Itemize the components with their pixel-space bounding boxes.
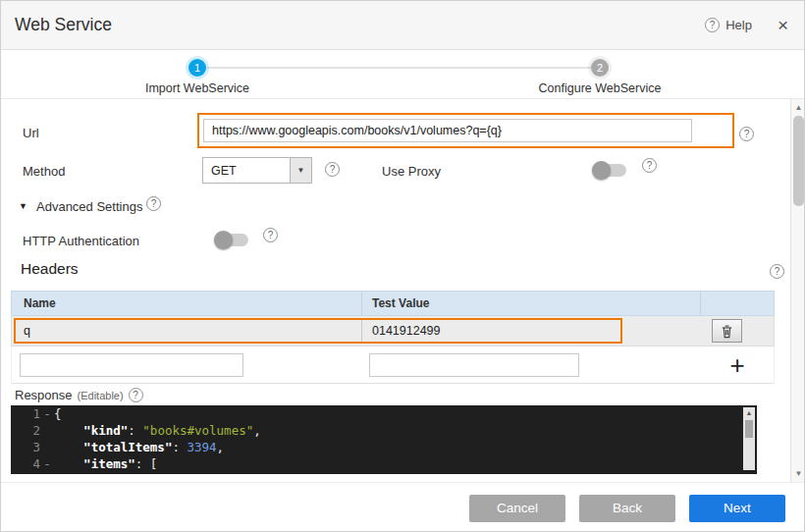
header-row-highlight: q 0141912499 xyxy=(14,318,622,344)
titlebar: Web Service ? Help × xyxy=(1,1,805,50)
scroll-down-icon[interactable]: ▼ xyxy=(791,469,805,478)
column-header-name: Name xyxy=(12,292,362,315)
code-token xyxy=(54,439,83,455)
response-code-editor[interactable]: 1 - { 2 "kind" : "books#volumes" , 3 "to… xyxy=(11,405,757,474)
response-editable-note: (Editable) xyxy=(78,390,124,401)
header-name-value[interactable]: q xyxy=(16,320,362,342)
url-help-icon[interactable]: ? xyxy=(739,127,754,141)
code-token: "totalItems" xyxy=(83,439,172,455)
code-token: , xyxy=(217,439,225,455)
use-proxy-help-icon[interactable]: ? xyxy=(642,158,657,173)
content-scrollbar[interactable]: ▲ ▼ xyxy=(790,99,805,482)
footer: Cancel Back Next xyxy=(1,482,805,532)
code-line: 2 "kind" : "books#volumes" , xyxy=(11,422,757,439)
code-token: , xyxy=(253,422,261,439)
headers-help-icon[interactable]: ? xyxy=(770,264,784,279)
back-button[interactable]: Back xyxy=(579,495,675,522)
chevron-down-icon[interactable]: ▼ xyxy=(290,158,311,183)
code-token: { xyxy=(54,405,62,422)
close-icon[interactable]: × xyxy=(778,16,788,34)
step-1-label: Import WebService xyxy=(145,81,249,95)
wizard-stepper: 1 Import WebService 2 Configure WebServi… xyxy=(1,50,805,99)
column-header-test-value: Test Value xyxy=(362,292,701,315)
step-1-circle[interactable]: 1 xyxy=(188,59,206,77)
url-field-highlight xyxy=(197,113,734,148)
code-token xyxy=(54,422,83,439)
fold-marker xyxy=(40,422,54,439)
line-number: 4 xyxy=(11,455,40,472)
editor-scrollbar[interactable]: ▲ xyxy=(743,407,755,470)
line-number: 3 xyxy=(11,439,40,455)
url-label: Url xyxy=(23,126,39,140)
use-proxy-label: Use Proxy xyxy=(382,164,441,179)
content-area: Url ? Method GET ▼ ? Use Proxy ? ▼ Advan… xyxy=(1,99,805,482)
code-token: : xyxy=(128,422,142,439)
http-auth-help-icon[interactable]: ? xyxy=(263,228,278,242)
collapse-triangle-icon[interactable]: ▼ xyxy=(19,201,27,211)
http-auth-toggle[interactable] xyxy=(215,234,248,246)
cancel-button[interactable]: Cancel xyxy=(469,495,565,522)
advanced-settings-label[interactable]: Advanced Settings xyxy=(36,199,142,214)
toggle-knob xyxy=(592,161,611,180)
use-proxy-toggle[interactable] xyxy=(593,164,626,177)
help-link[interactable]: Help xyxy=(725,18,752,32)
method-help-icon[interactable]: ? xyxy=(325,162,340,177)
url-input[interactable] xyxy=(203,119,692,142)
new-header-name-input[interactable] xyxy=(20,353,243,377)
response-label: Response xyxy=(15,388,73,402)
trash-icon xyxy=(721,324,733,339)
code-token: 3394 xyxy=(187,439,216,455)
new-header-row: + xyxy=(11,346,775,384)
response-label-row: Response (Editable) ? xyxy=(15,388,143,402)
headers-table-header: Name Test Value xyxy=(11,291,775,316)
advanced-settings-help-icon[interactable]: ? xyxy=(146,196,161,211)
method-selected-value: GET xyxy=(203,164,290,178)
http-auth-label: HTTP Authentication xyxy=(23,234,139,248)
content-scrollbar-thumb[interactable] xyxy=(793,116,804,206)
scroll-up-icon[interactable]: ▲ xyxy=(791,103,805,112)
headers-section-title: Headers xyxy=(21,260,79,278)
code-line: 3 "totalItems" : 3394 , xyxy=(11,439,757,455)
code-token: "items" xyxy=(83,455,135,472)
toggle-knob xyxy=(214,231,233,249)
line-number: 1 xyxy=(11,405,40,422)
code-token: "books#volumes" xyxy=(142,422,253,439)
fold-marker[interactable]: - xyxy=(40,455,54,472)
code-line: 1 - { xyxy=(11,405,757,422)
response-help-icon[interactable]: ? xyxy=(129,388,143,402)
method-label: Method xyxy=(23,164,65,179)
code-token: : xyxy=(172,439,187,455)
code-token: "kind" xyxy=(83,422,128,439)
headers-table: Name Test Value q 0141912499 xyxy=(11,291,775,384)
help-icon[interactable]: ? xyxy=(705,18,720,32)
delete-row-button[interactable] xyxy=(712,319,742,343)
line-number: 2 xyxy=(11,422,40,439)
fold-marker xyxy=(40,439,54,455)
header-test-value[interactable]: 0141912499 xyxy=(362,320,620,342)
step-2-circle[interactable]: 2 xyxy=(591,59,609,77)
new-header-value-input[interactable] xyxy=(369,353,579,377)
web-service-dialog: Web Service ? Help × 1 Import WebService… xyxy=(0,0,805,532)
stepper-connector-line xyxy=(207,67,591,69)
code-line: 4 - "items" : [ xyxy=(11,455,757,472)
code-token xyxy=(54,455,83,472)
editor-scrollbar-thumb[interactable] xyxy=(745,420,753,438)
scroll-up-icon[interactable]: ▲ xyxy=(743,407,755,419)
table-row: q 0141912499 xyxy=(11,316,775,346)
page-title: Web Service xyxy=(15,15,112,35)
next-button[interactable]: Next xyxy=(689,495,785,522)
fold-marker[interactable]: - xyxy=(40,405,54,422)
step-2-label: Configure WebService xyxy=(539,81,662,95)
add-row-button[interactable]: + xyxy=(722,352,752,378)
code-token: : [ xyxy=(135,455,158,472)
method-select[interactable]: GET ▼ xyxy=(202,157,312,184)
